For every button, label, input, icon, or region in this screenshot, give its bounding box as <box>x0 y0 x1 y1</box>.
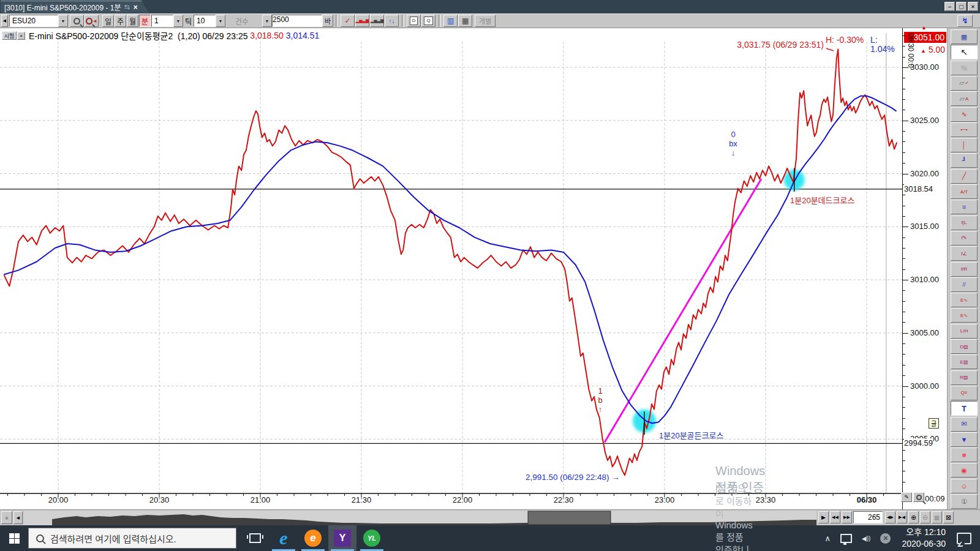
toolbar-scroll-left-button[interactable]: ◀ <box>1 15 8 27</box>
chart-board-icon[interactable]: ▥ <box>443 15 458 27</box>
chart-type-button[interactable]: ▦ <box>951 29 978 44</box>
close-scroll-button[interactable]: ⊠ <box>943 511 954 523</box>
period-button-주[interactable]: 주 <box>115 15 126 27</box>
chart-area[interactable]: 시험 × E-mini S&P500-202009 단순이동평균2 (1,20)… <box>0 28 902 509</box>
elliott-wave2-button[interactable]: E∿ <box>951 308 978 323</box>
hatch-range-button[interactable]: R▨ <box>951 370 978 385</box>
erase-one-button[interactable]: ▱✓ <box>951 76 978 91</box>
tray-chevron-icon[interactable]: ∧ <box>825 534 831 543</box>
taskbar-clock[interactable]: 오후 12:10 2020-06-30 <box>902 527 946 550</box>
sort-updown-icon[interactable]: ↑↓ <box>385 15 399 27</box>
memo-button[interactable]: ✉ <box>951 417 978 432</box>
refresh-lightning-button[interactable]: ↯ <box>957 15 973 27</box>
hatch-week-button[interactable]: E▨ <box>951 354 978 369</box>
fibo-fan-button[interactable]: f∠ <box>951 246 978 261</box>
fit-button[interactable]: ▦ <box>932 511 942 523</box>
step-line-button[interactable]: ┚ <box>951 153 978 168</box>
symbol-combo[interactable]: ESU20 ▼ <box>9 15 68 27</box>
price-chart[interactable] <box>0 28 902 509</box>
chart-tag-close-icon[interactable]: × <box>17 32 25 40</box>
vertical-line-button[interactable]: │ <box>951 138 978 152</box>
interval-dropdown-icon[interactable]: ▼ <box>173 15 183 27</box>
count-dropdown-icon[interactable]: ▼ <box>262 15 272 27</box>
search-button[interactable] <box>70 15 84 27</box>
scroll-left-button[interactable]: ◀ <box>13 511 23 524</box>
quote-list-button[interactable]: Q≡ <box>951 386 978 400</box>
bar-count-field[interactable]: 265 <box>853 511 883 523</box>
network-icon[interactable] <box>840 534 852 543</box>
square-marker-button[interactable]: ■ <box>951 448 978 462</box>
interval-combo[interactable]: 1 ▼ <box>151 15 183 27</box>
tick-dropdown-icon[interactable]: ▼ <box>216 15 225 27</box>
scroll-thumb[interactable] <box>528 511 611 525</box>
window-tab[interactable]: [3010] E-mini S&P500-202009 - 1분 ⇆ × <box>1 1 149 13</box>
text-annotation-button[interactable]: A/T <box>951 184 978 199</box>
arrow-down-button[interactable]: ▼ <box>951 432 978 447</box>
fibo-retracement-button[interactable]: f/R <box>951 262 978 277</box>
taskbar-app-edge[interactable]: e <box>270 525 298 551</box>
taskbar-search[interactable]: 검색하려면 여기에 입력하십시오. <box>28 528 236 549</box>
chart-tag[interactable]: 시험 <box>2 31 17 40</box>
elliott-wave1-button[interactable]: E∿ <box>951 293 978 307</box>
symbol-value[interactable]: ESU20 <box>9 15 58 27</box>
zoom-out-button[interactable]: ⊖ <box>920 511 930 523</box>
doc-search-icon[interactable]: Q <box>421 15 435 27</box>
taskbar-app-yl[interactable]: YL <box>358 525 386 551</box>
splitter-grip[interactable]: ≡ <box>1 511 12 524</box>
parallel-lines-button[interactable]: ≡ <box>951 200 978 214</box>
fast-forward-button[interactable]: ▶▶ <box>842 511 852 523</box>
axis-zoom-button[interactable] <box>913 492 924 502</box>
fibo-timezone-button[interactable]: f|L <box>951 216 978 230</box>
tick-value[interactable]: 10 <box>194 15 216 27</box>
scroll-track[interactable] <box>24 511 816 525</box>
volume-icon[interactable]: ◀)) <box>862 535 870 542</box>
collapse-button[interactable]: ▶◀ <box>897 511 907 523</box>
count-combo[interactable]: 건수 ▼ <box>233 15 272 27</box>
crosshair-percent-button[interactable]: % <box>951 61 978 75</box>
tick-combo[interactable]: 10 ▼ <box>194 15 225 27</box>
swap-icon[interactable]: ⇆ <box>124 3 129 11</box>
individual-button[interactable]: 개별 <box>475 15 496 27</box>
start-button[interactable] <box>0 525 28 551</box>
trendline-button[interactable]: ∿ <box>951 107 978 122</box>
play-button[interactable]: ▶ <box>818 511 829 523</box>
interval-value[interactable]: 1 <box>151 15 173 27</box>
hatch-day-button[interactable]: D▨ <box>951 339 978 354</box>
period-button-월[interactable]: 월 <box>127 15 138 27</box>
price-axis[interactable]: ▲ 3051.00 ▲ 5.00 06/30 00:0 3030.003025.… <box>902 28 948 509</box>
high-low-button[interactable]: L/H <box>951 324 978 339</box>
restore-button[interactable]: ▢ <box>956 2 967 11</box>
fibo-pencil-button[interactable]: f✎ <box>951 231 978 246</box>
period-button-일[interactable]: 일 <box>102 15 114 27</box>
fast-back-button[interactable]: ◀◀ <box>830 511 840 523</box>
notification-icon[interactable] <box>957 533 971 544</box>
bar-unit-button[interactable]: 바 <box>322 15 333 27</box>
status-x-icon[interactable]: ✕ <box>880 533 891 544</box>
grid-table-icon[interactable]: ▦ <box>458 15 472 27</box>
cursor-button[interactable]: ↖ <box>951 45 978 59</box>
style-check-icon[interactable]: ✓ <box>341 15 355 27</box>
chart-minimap[interactable] <box>24 511 816 525</box>
text-tool-button[interactable]: T <box>951 401 978 416</box>
task-view-button[interactable] <box>243 525 267 551</box>
diagonal-line-button[interactable]: ╱ <box>951 169 978 184</box>
close-button[interactable]: × <box>968 2 978 11</box>
erase-all-button[interactable]: ▱A <box>951 91 978 106</box>
info-circle-button[interactable]: ① <box>951 494 978 509</box>
taskbar-app-y[interactable]: Y <box>328 525 356 551</box>
bar-count-input[interactable]: 2500 <box>272 15 322 27</box>
tab-close-icon[interactable]: × <box>134 3 138 12</box>
symbol-dropdown-icon[interactable]: ▼ <box>58 15 68 27</box>
expand-button[interactable]: ◀▶ <box>885 511 895 523</box>
minimize-button[interactable]: – <box>944 2 955 11</box>
doc-d-icon[interactable]: D <box>407 15 421 27</box>
bar-chart-dark-icon[interactable]: ▂▅▃▆ <box>370 15 384 27</box>
axis-edit-button[interactable]: ✎ <box>901 492 912 502</box>
taskbar-app-orange-e[interactable]: e <box>299 525 327 551</box>
double-slash-button[interactable]: // <box>951 277 978 292</box>
period-button-분[interactable]: 분 <box>139 15 151 27</box>
zoom-in-button[interactable]: ⊕ <box>908 511 919 523</box>
bar-chart-red-icon[interactable]: ▂▅▃▆ <box>355 15 369 27</box>
smiley-button[interactable]: ☺ <box>951 479 978 493</box>
search-recent-button[interactable]: ◄ <box>85 15 99 27</box>
